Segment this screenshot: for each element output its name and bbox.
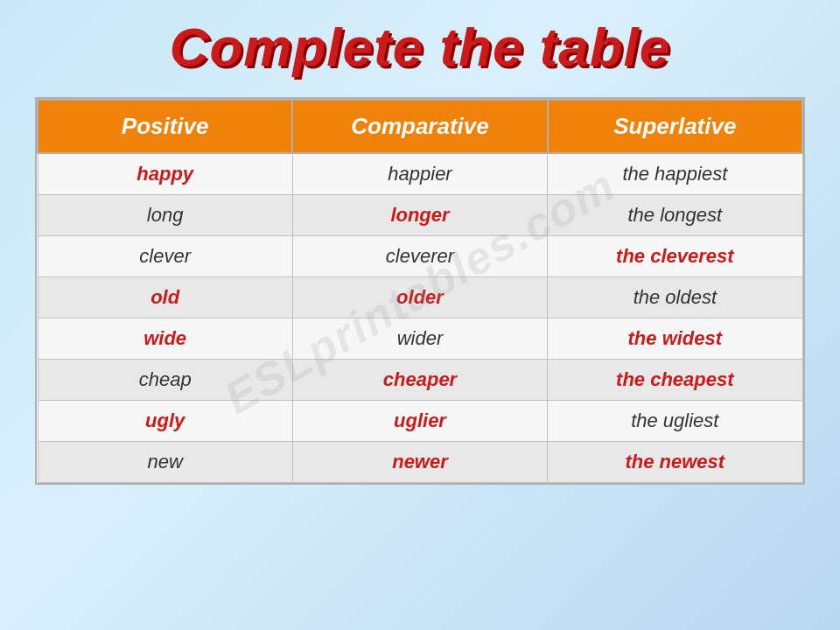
cell-superlative: the newest	[548, 442, 802, 483]
table-row: cleverclevererthe cleverest	[38, 236, 802, 277]
cell-comparative: uglier	[292, 401, 547, 442]
cell-positive: clever	[38, 236, 292, 277]
cell-comparative: cleverer	[292, 236, 547, 277]
cell-superlative: the cleverest	[548, 236, 802, 277]
table-row: longlongerthe longest	[38, 195, 802, 236]
cell-superlative: the longest	[548, 195, 802, 236]
cell-superlative: the oldest	[548, 277, 802, 318]
cell-positive: long	[38, 195, 292, 236]
page-title: Complete the table	[170, 16, 671, 78]
cell-positive: cheap	[38, 360, 292, 401]
cell-comparative: cheaper	[292, 360, 547, 401]
header-positive: Positive	[38, 100, 292, 153]
table-container: ESLprintables.com Positive Comparative S…	[35, 97, 805, 485]
cell-superlative: the cheapest	[548, 360, 802, 401]
cell-superlative: the widest	[548, 318, 802, 360]
cell-comparative: happier	[292, 153, 547, 195]
table-row: uglyuglierthe ugliest	[38, 401, 802, 442]
cell-comparative: older	[292, 277, 547, 318]
cell-positive: wide	[38, 318, 292, 360]
table-row: happyhappierthe happiest	[38, 153, 802, 195]
cell-comparative: longer	[292, 195, 547, 236]
table-row: widewiderthe widest	[38, 318, 802, 360]
cell-comparative: wider	[292, 318, 547, 360]
cell-positive: ugly	[38, 401, 292, 442]
cell-comparative: newer	[292, 442, 547, 483]
table-header-row: Positive Comparative Superlative	[38, 100, 802, 153]
adjective-table: Positive Comparative Superlative happyha…	[37, 99, 803, 483]
header-superlative: Superlative	[548, 100, 802, 153]
cell-positive: happy	[38, 153, 292, 195]
table-row: cheapcheaperthe cheapest	[38, 360, 802, 401]
cell-superlative: the ugliest	[548, 401, 802, 442]
cell-superlative: the happiest	[548, 153, 802, 195]
header-comparative: Comparative	[292, 100, 547, 153]
table-row: newnewerthe newest	[38, 442, 802, 483]
cell-positive: old	[38, 277, 292, 318]
cell-positive: new	[38, 442, 292, 483]
table-row: oldolderthe oldest	[38, 277, 802, 318]
